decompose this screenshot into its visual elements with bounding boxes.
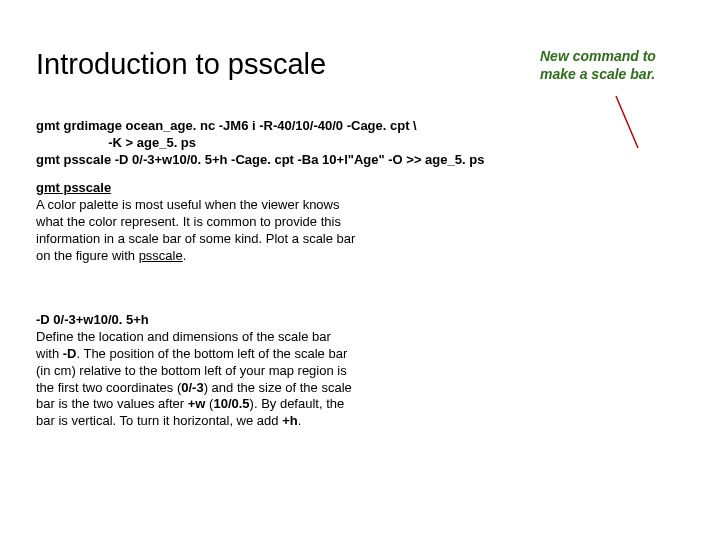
code-line-2: -K > age_5. ps [36,135,196,150]
para2-b2: 0/-3 [181,380,203,395]
code-line-3: gmt psscale -D 0/-3+w10/0. 5+h -Cage. cp… [36,152,484,167]
para2-b5: +h [282,413,298,428]
code-block: gmt grdimage ocean_age. nc -JM6 i -R-40/… [36,118,656,169]
para2-lead: -D 0/-3+w10/0. 5+h [36,312,149,327]
para1-text: A color palette is most useful when the … [36,197,355,263]
annotation-callout: New command to make a scale bar. [540,48,690,83]
para2-b3: +w [188,396,206,411]
code-line-1: gmt grdimage ocean_age. nc -JM6 i -R-40/… [36,118,417,133]
para2-b4: 10/0.5 [213,396,249,411]
para2-b1: -D [63,346,77,361]
annotation-line-1: New command to [540,48,656,64]
para1-lead: gmt psscale [36,180,111,195]
slide: Introduction to psscale New command to m… [0,0,720,540]
paragraph-psscale: gmt psscale A color palette is most usef… [36,180,366,264]
page-title: Introduction to psscale [36,48,326,81]
para1-period: . [183,248,187,263]
para1-tail-underlined: psscale [139,248,183,263]
para2-t6: . [298,413,302,428]
annotation-line-2: make a scale bar. [540,66,655,82]
paragraph-d-flag: -D 0/-3+w10/0. 5+h Define the location a… [36,312,356,430]
